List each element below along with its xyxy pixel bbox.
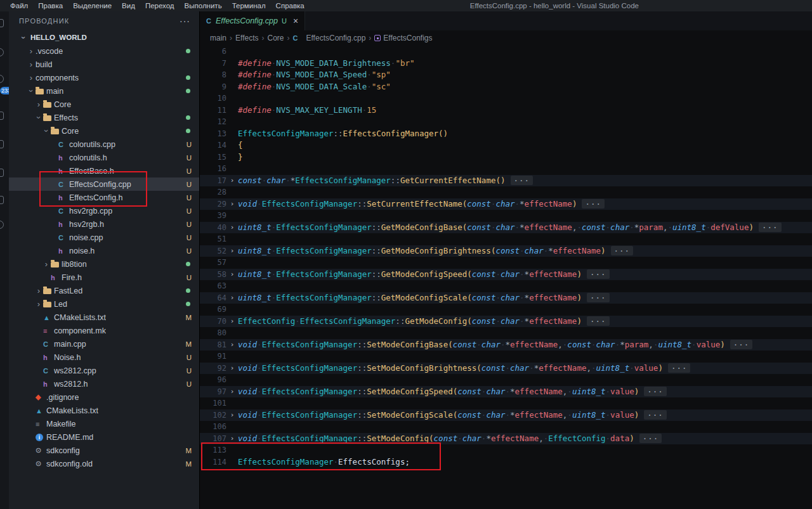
breadcrumb-item-main[interactable]: main bbox=[210, 34, 226, 42]
tree-item-led[interactable]: ›Led bbox=[9, 297, 199, 311]
code-line-91[interactable]: 91 bbox=[200, 351, 812, 363]
code-line-40[interactable]: 40›uint8_t·EffectsConfigManager::GetMode… bbox=[200, 222, 812, 234]
code-line-57[interactable]: 57 bbox=[200, 257, 812, 269]
folded-code-placeholder[interactable]: ··· bbox=[644, 410, 667, 420]
code-line-70[interactable]: 70›EffectConfig·EffectsConfigManager::Ge… bbox=[200, 316, 812, 328]
views-and-more-actions-icon[interactable]: ··· bbox=[180, 16, 190, 26]
code-text[interactable] bbox=[238, 233, 812, 245]
tree-item-build[interactable]: ›build bbox=[9, 58, 199, 71]
code-text[interactable]: uint8_t·EffectsConfigManager::GetModeCon… bbox=[238, 222, 812, 234]
fold-chevron-icon[interactable]: › bbox=[226, 363, 238, 375]
tree-item-components[interactable]: ›components bbox=[9, 71, 199, 84]
chevron-right-icon[interactable]: › bbox=[42, 260, 51, 268]
code-line-80[interactable]: 80 bbox=[200, 327, 812, 339]
fold-chevron-icon[interactable]: › bbox=[226, 269, 238, 281]
folded-code-placeholder[interactable]: ··· bbox=[759, 222, 782, 232]
breadcrumb-item-core[interactable]: Core bbox=[267, 34, 284, 42]
code-line-101[interactable]: 101 bbox=[200, 397, 812, 409]
tree-item-hsv2rgb.h[interactable]: ›hhsv2rgb.hU bbox=[9, 217, 199, 231]
remote-explorer-icon[interactable] bbox=[0, 169, 4, 177]
tree-item-effectsconfig.h[interactable]: ›hEffectsConfig.hU bbox=[9, 191, 199, 204]
code-text[interactable]: EffectConfig·EffectsConfigManager::GetMo… bbox=[238, 316, 812, 328]
code-line-102[interactable]: 102›void·EffectsConfigManager::SetModeCo… bbox=[200, 409, 812, 422]
extensions-icon[interactable] bbox=[0, 140, 4, 148]
source-control-icon[interactable] bbox=[0, 75, 4, 83]
tree-item-.gitignore[interactable]: ›◆.gitignore bbox=[9, 390, 199, 404]
code-text[interactable]: #define·NVS_MODE_DATA_Scale·"sc" bbox=[238, 81, 812, 93]
tree-item-cmakelists.txt[interactable]: ›▲CMakeLists.txt bbox=[9, 404, 199, 417]
folded-code-placeholder[interactable]: ··· bbox=[587, 316, 610, 326]
code-text[interactable]: void·EffectsConfigManager::SetModeConfig… bbox=[238, 433, 812, 445]
code-line-15[interactable]: 15} bbox=[200, 151, 812, 164]
tree-item-cmakelists.txt[interactable]: ›▲CMakeLists.txtM bbox=[9, 311, 199, 324]
tree-item-noise.cpp[interactable]: ›Cnoise.cppU bbox=[9, 231, 199, 244]
code-line-7[interactable]: 7#define·NVS_MODE_DATA_Brightness·"br" bbox=[200, 58, 812, 70]
code-text[interactable] bbox=[238, 327, 812, 339]
code-line-14[interactable]: 14{ bbox=[200, 139, 812, 151]
code-text[interactable] bbox=[238, 116, 812, 128]
breadcrumb-item-effectsconfigs[interactable]: EffectsConfigs bbox=[374, 34, 432, 42]
fold-chevron-icon[interactable]: › bbox=[226, 245, 238, 257]
tree-item-.vscode[interactable]: ›.vscode bbox=[9, 44, 199, 58]
tree-item-effectsconfig.cpp[interactable]: ›CEffectsConfig.cppU bbox=[9, 177, 199, 191]
chevron-down-icon[interactable]: › bbox=[27, 87, 36, 96]
breadcrumb-item-effectsconfig.cpp[interactable]: CEffectsConfig.cpp bbox=[293, 34, 366, 42]
chevron-right-icon[interactable]: › bbox=[34, 100, 43, 108]
chevron-down-icon[interactable]: › bbox=[35, 113, 43, 122]
code-line-9[interactable]: 9#define·NVS_MODE_DATA_Scale·"sc" bbox=[200, 81, 812, 93]
code-editor[interactable]: 67#define·NVS_MODE_DATA_Brightness·"br"8… bbox=[200, 46, 812, 509]
code-text[interactable]: EffectsConfigManager::EffectsConfigManag… bbox=[238, 128, 812, 140]
run-debug-icon[interactable] bbox=[0, 112, 4, 120]
tree-item-colorutils.h[interactable]: ›hcolorutils.hU bbox=[9, 151, 199, 164]
close-icon[interactable]: × bbox=[293, 16, 298, 26]
chevron-right-icon[interactable]: › bbox=[34, 287, 43, 295]
docker-icon[interactable] bbox=[0, 196, 4, 204]
tree-item-sdkconfig[interactable]: ›⊙sdkconfigM bbox=[9, 444, 199, 457]
code-line-96[interactable]: 96 bbox=[200, 374, 812, 386]
code-text[interactable]: void·EffectsConfigManager::SetModeConfig… bbox=[238, 386, 812, 398]
chevron-right-icon[interactable]: › bbox=[27, 74, 36, 82]
breadcrumb-item-effects[interactable]: Effects bbox=[235, 34, 258, 42]
code-line-52[interactable]: 52›uint8_t·EffectsConfigManager::GetMode… bbox=[200, 245, 812, 257]
code-line-10[interactable]: 10 bbox=[200, 93, 812, 105]
menu-терминал[interactable]: Терминал bbox=[227, 2, 271, 10]
folded-code-placeholder[interactable]: ··· bbox=[644, 387, 667, 396]
code-line-107[interactable]: 107›void·EffectsConfigManager::SetModeCo… bbox=[200, 433, 812, 445]
code-line-92[interactable]: 92›void·EffectsConfigManager::SetModeCon… bbox=[200, 363, 812, 375]
fold-chevron-icon[interactable]: › bbox=[226, 409, 238, 422]
tree-item-noise.h[interactable]: ›hNoise.hU bbox=[9, 351, 199, 364]
code-text[interactable]: const·char·*EffectsConfigManager::GetCur… bbox=[238, 175, 812, 187]
code-line-6[interactable]: 6 bbox=[200, 46, 812, 58]
chevron-down-icon[interactable]: › bbox=[43, 127, 51, 136]
workspace-section-header[interactable]: › HELLO_WORLD bbox=[9, 30, 199, 44]
code-line-64[interactable]: 64›uint8_t·EffectsConfigManager::GetMode… bbox=[200, 292, 812, 304]
explorer-icon[interactable] bbox=[0, 19, 4, 27]
folded-code-placeholder[interactable]: ··· bbox=[639, 434, 662, 443]
tree-item-fire.h[interactable]: ›hFire.hU bbox=[9, 271, 199, 284]
code-line-13[interactable]: 13EffectsConfigManager::EffectsConfigMan… bbox=[200, 128, 812, 140]
activity-bar[interactable]: 233 bbox=[0, 11, 9, 509]
code-text[interactable]: #define·NVS_MAX_KEY_LENGTH·15 bbox=[238, 105, 812, 117]
fold-chevron-icon[interactable]: › bbox=[226, 339, 238, 351]
code-text[interactable] bbox=[238, 351, 812, 363]
folded-code-placeholder[interactable]: ··· bbox=[611, 246, 634, 255]
menu-выполнить[interactable]: Выполнить bbox=[180, 2, 227, 10]
code-line-11[interactable]: 11#define·NVS_MAX_KEY_LENGTH·15 bbox=[200, 105, 812, 117]
fold-chevron-icon[interactable]: › bbox=[226, 316, 238, 328]
code-text[interactable] bbox=[238, 186, 812, 198]
folded-code-placeholder[interactable]: ··· bbox=[511, 176, 534, 185]
fold-chevron-icon[interactable]: › bbox=[226, 433, 238, 445]
code-text[interactable] bbox=[238, 444, 812, 456]
code-text[interactable]: { bbox=[238, 139, 812, 151]
code-line-113[interactable]: 113 bbox=[200, 444, 812, 456]
tree-item-colorutils.cpp[interactable]: ›Ccolorutils.cppU bbox=[9, 138, 199, 151]
code-line-81[interactable]: 81›void·EffectsConfigManager::SetModeCon… bbox=[200, 339, 812, 351]
tree-item-core[interactable]: ›Core bbox=[9, 98, 199, 111]
code-line-63[interactable]: 63 bbox=[200, 280, 812, 292]
code-text[interactable] bbox=[238, 257, 812, 269]
code-line-69[interactable]: 69 bbox=[200, 304, 812, 316]
code-text[interactable]: EffectsConfigManager·EffectsConfigs; bbox=[238, 456, 812, 468]
code-line-16[interactable]: 16 bbox=[200, 163, 812, 175]
code-text[interactable]: uint8_t·EffectsConfigManager::GetModeCon… bbox=[238, 245, 812, 257]
code-line-12[interactable]: 12 bbox=[200, 116, 812, 128]
